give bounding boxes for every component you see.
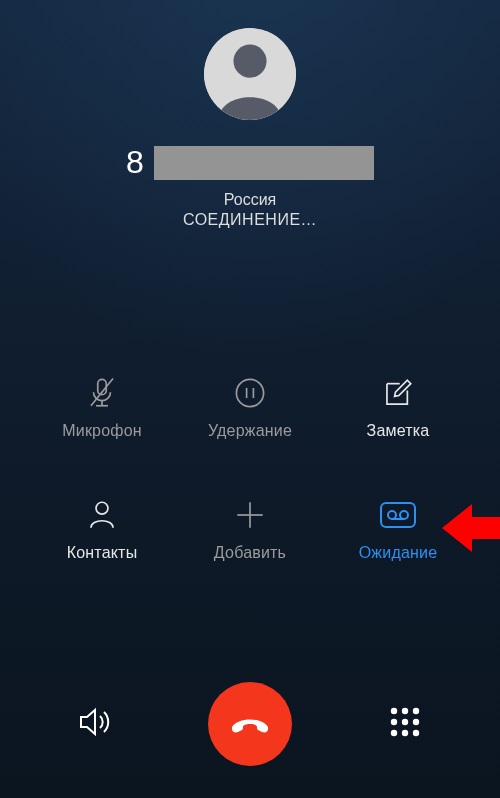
- waiting-label: Ожидание: [359, 544, 438, 562]
- recorder-icon: [381, 498, 415, 532]
- person-icon: [85, 498, 119, 532]
- svg-point-21: [412, 719, 418, 725]
- contacts-button[interactable]: Контакты: [28, 498, 176, 562]
- avatar: [204, 28, 296, 120]
- note-edit-icon: [381, 376, 415, 410]
- phone-number-row: 8: [126, 144, 374, 181]
- svg-point-22: [390, 730, 396, 736]
- mute-button[interactable]: Микрофон: [28, 376, 176, 440]
- svg-point-1: [233, 45, 266, 78]
- svg-point-13: [388, 511, 396, 519]
- bottom-bar: [0, 682, 500, 766]
- speaker-button[interactable]: [75, 702, 115, 746]
- add-call-button[interactable]: Добавить: [176, 498, 324, 562]
- svg-point-6: [236, 379, 263, 406]
- svg-marker-25: [442, 504, 500, 552]
- svg-rect-12: [381, 503, 415, 527]
- add-label: Добавить: [214, 544, 286, 562]
- phone-hangup-icon: [226, 700, 274, 748]
- svg-point-16: [390, 708, 396, 714]
- generic-person-icon: [204, 28, 296, 120]
- svg-point-24: [412, 730, 418, 736]
- note-label: Заметка: [367, 422, 430, 440]
- incall-actions: Микрофон Удержание Заметка: [0, 376, 500, 562]
- annotation-arrow: [442, 500, 500, 560]
- svg-point-23: [401, 730, 407, 736]
- end-call-button[interactable]: [208, 682, 292, 766]
- svg-point-20: [401, 719, 407, 725]
- note-button[interactable]: Заметка: [324, 376, 472, 440]
- hold-label: Удержание: [208, 422, 292, 440]
- svg-point-9: [96, 502, 108, 514]
- hold-button[interactable]: Удержание: [176, 376, 324, 440]
- arrow-left-icon: [442, 500, 500, 556]
- phone-number-redacted: [154, 146, 374, 180]
- contacts-label: Контакты: [67, 544, 138, 562]
- svg-point-19: [390, 719, 396, 725]
- phone-number-prefix: 8: [126, 144, 144, 181]
- location-label: Россия: [224, 191, 276, 209]
- incall-screen: 8 Россия СОЕДИНЕНИЕ… Микрофон: [0, 0, 500, 798]
- call-header: 8 Россия СОЕДИНЕНИЕ…: [0, 28, 500, 229]
- speaker-icon: [75, 702, 115, 742]
- mic-off-icon: [85, 376, 119, 410]
- pause-circle-icon: [233, 376, 267, 410]
- plus-icon: [233, 498, 267, 532]
- mute-label: Микрофон: [62, 422, 142, 440]
- svg-point-18: [412, 708, 418, 714]
- svg-point-17: [401, 708, 407, 714]
- dialpad-button[interactable]: [386, 703, 424, 745]
- svg-point-14: [400, 511, 408, 519]
- status-label: СОЕДИНЕНИЕ…: [183, 211, 317, 229]
- dialpad-icon: [386, 703, 424, 741]
